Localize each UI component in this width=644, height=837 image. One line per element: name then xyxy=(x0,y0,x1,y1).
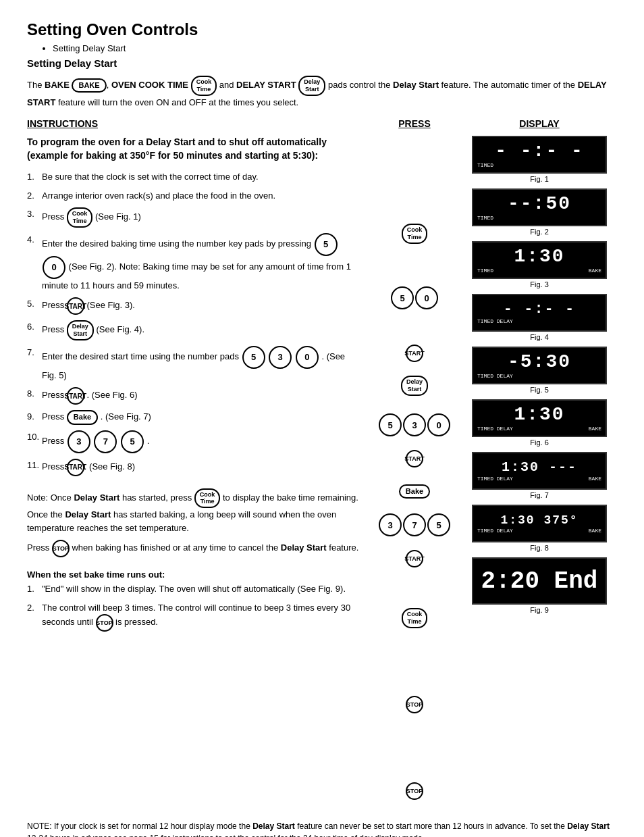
display-header: DISPLAY xyxy=(462,118,617,129)
display-fig4: - -:- - TIMED DELAY xyxy=(472,294,607,332)
step-8: 8. Press START . (See Fig. 6) xyxy=(27,387,360,405)
cook-time-button-note1[interactable]: CookTime xyxy=(194,488,221,509)
press-step10: 3 7 5 xyxy=(378,513,451,536)
display-fig4-labels: TIMED DELAY xyxy=(473,318,606,324)
num-7-step10[interactable]: 7 xyxy=(94,430,117,453)
start-button-step11[interactable]: START xyxy=(67,459,84,476)
display-fig1-labels: TIMED xyxy=(473,162,606,168)
num-0-step7[interactable]: 0 xyxy=(296,346,319,369)
press-note2: STOP xyxy=(406,694,423,715)
when-heading: When the set bake time runs out: xyxy=(27,569,360,580)
step-11: 11. Press START. (See Fig. 8) xyxy=(27,459,360,476)
num-0-press[interactable]: 0 xyxy=(415,286,438,309)
cook-time-button-step3[interactable]: CookTime xyxy=(67,207,93,228)
display-fig5: -5:30 TIMED DELAY xyxy=(472,347,607,384)
step-10: 10. Press 3 7 5 . xyxy=(27,430,360,453)
step-5: 5. Press START (See Fig. 3). xyxy=(27,297,360,315)
num-0-step4[interactable]: 0 xyxy=(43,256,65,279)
num-5-press-step10[interactable]: 5 xyxy=(427,513,450,536)
start-button-step8[interactable]: START xyxy=(67,387,84,405)
fig6-label: Fig. 6 xyxy=(530,438,549,447)
display-fig3-main: 1:30 xyxy=(514,247,564,266)
step-1: 1. Be sure that the clock is set with th… xyxy=(27,170,360,184)
press-header: PRESS xyxy=(374,118,455,129)
display-fig7-labels: TIMED DELAYBAKE xyxy=(473,476,606,482)
press-step6: DelayStart xyxy=(401,376,428,396)
display-fig6-labels: TIMED DELAYBAKE xyxy=(473,426,606,432)
page-title: Setting Oven Controls xyxy=(27,20,617,39)
press-column: CookTime 5 0 START DelayStart 5 3 0 STAR… xyxy=(374,136,455,807)
section-heading: Setting Delay Start xyxy=(27,57,617,69)
cook-time-press-step3[interactable]: CookTime xyxy=(402,224,428,244)
main-instructions-heading: To program the oven for a Delay Start an… xyxy=(27,136,360,162)
stop-press-when2[interactable]: STOP xyxy=(406,782,423,800)
step-4: 4. Enter the desired baking time using t… xyxy=(27,233,360,293)
press-step5: START xyxy=(406,343,423,363)
when-step-2: 2. The control will beep 3 times. The co… xyxy=(27,601,360,632)
display-fig1: - -:- - TIMED xyxy=(472,136,607,174)
display-fig2-labels: TIMED xyxy=(473,215,606,221)
intro-text: The BAKE BAKE, OVEN COOK TIME CookTime a… xyxy=(27,76,617,109)
num-5-step7[interactable]: 5 xyxy=(242,346,265,369)
press-step4: 5 0 xyxy=(390,286,439,309)
start-button-step5[interactable]: START xyxy=(67,297,84,315)
display-fig1-main: - -:- - xyxy=(495,142,584,161)
display-fig2: --:50 TIMED xyxy=(472,188,607,226)
instructions-header: INSTRUCTIONS xyxy=(27,118,367,129)
press-step11: START xyxy=(406,549,423,569)
stop-press-note2[interactable]: STOP xyxy=(406,696,423,713)
start-press-step5[interactable]: START xyxy=(406,345,423,362)
fig3-label: Fig. 3 xyxy=(530,280,549,288)
delay-start-button-step6[interactable]: DelayStart xyxy=(67,320,94,340)
delay-start-press-step6[interactable]: DelayStart xyxy=(401,376,428,396)
start-press-step8[interactable]: START xyxy=(406,450,423,467)
num-3-press-step7[interactable]: 3 xyxy=(403,413,426,436)
display-fig5-labels: TIMED DELAY xyxy=(473,373,606,379)
press-step3: CookTime xyxy=(402,224,428,244)
fig4-label: Fig. 4 xyxy=(530,333,549,341)
step-3: 3. Press CookTime (See Fig. 1) xyxy=(27,207,360,228)
delay-start-button-intro[interactable]: DelayStart xyxy=(298,76,325,96)
fig8-label: Fig. 8 xyxy=(530,544,549,552)
cook-time-press-note1[interactable]: CookTime xyxy=(402,608,428,628)
display-fig6-main: 1:30 xyxy=(514,405,564,424)
press-step9: Bake xyxy=(399,481,430,501)
press-step7: 5 3 0 xyxy=(378,413,451,436)
num-3-step10[interactable]: 3 xyxy=(68,430,90,453)
num-5-press-step7[interactable]: 5 xyxy=(379,413,402,436)
stop-button-when2[interactable]: STOP xyxy=(96,614,113,632)
num-5-step10[interactable]: 5 xyxy=(121,430,144,453)
num-0-press-step7[interactable]: 0 xyxy=(427,413,450,436)
note2-text: Press STOP when baking has finished or a… xyxy=(27,540,360,557)
display-fig8-labels: TIMED DELAYBAKE xyxy=(473,528,606,534)
fig7-label: Fig. 7 xyxy=(530,491,549,499)
press-note1: CookTime xyxy=(402,608,428,628)
step-7: 7. Enter the desired start time using th… xyxy=(27,346,360,382)
fig2-label: Fig. 2 xyxy=(530,228,549,236)
start-press-step11[interactable]: START xyxy=(406,550,423,567)
bake-button-intro[interactable]: BAKE xyxy=(72,78,106,93)
step-2: 2. Arrange interior oven rack(s) and pla… xyxy=(27,189,360,203)
display-fig9: 2:20 End xyxy=(472,557,607,605)
note1-text: Note: Once Delay Start has started, pres… xyxy=(27,488,360,535)
fig9-label: Fig. 9 xyxy=(530,606,549,614)
num-5-step4[interactable]: 5 xyxy=(315,233,338,256)
display-fig8-main: 1:30 375° xyxy=(500,514,578,526)
display-fig3: 1:30 TIMEDBAKE xyxy=(472,241,607,279)
num-5-press[interactable]: 5 xyxy=(391,286,414,309)
display-fig8: 1:30 375° TIMED DELAYBAKE xyxy=(472,505,607,542)
bullet-setting-delay: Setting Delay Start xyxy=(53,43,617,53)
bake-press-step9[interactable]: Bake xyxy=(399,484,430,499)
display-fig9-main: 2:20 End xyxy=(481,567,598,595)
num-3-press-step10[interactable]: 3 xyxy=(379,513,402,536)
step-6: 6. Press DelayStart (See Fig. 4). xyxy=(27,320,360,340)
display-fig6: 1:30 TIMED DELAYBAKE xyxy=(472,399,607,437)
num-3-step7[interactable]: 3 xyxy=(269,346,292,369)
stop-button-note2[interactable]: STOP xyxy=(52,540,70,557)
display-fig4-main: - -:- - xyxy=(504,302,575,317)
cook-time-button-intro[interactable]: CookTime xyxy=(191,76,217,96)
num-7-press-step10[interactable]: 7 xyxy=(403,513,426,536)
press-step8: START xyxy=(406,449,423,469)
bake-button-step9[interactable]: Bake xyxy=(67,410,98,424)
step-9: 9. Press Bake . (See Fig. 7) xyxy=(27,410,360,424)
